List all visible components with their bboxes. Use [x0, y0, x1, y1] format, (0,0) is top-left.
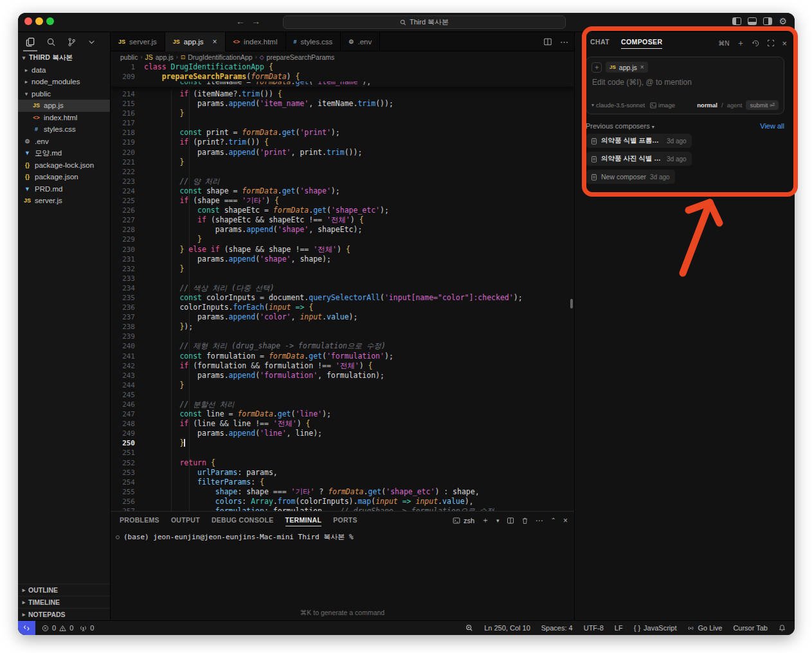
editor-tab-app.js[interactable]: JSapp.js×: [165, 32, 226, 51]
history-icon[interactable]: [752, 39, 760, 48]
cursor-position[interactable]: Ln 250, Col 10: [484, 624, 530, 632]
tree-item-package.json[interactable]: {}package.json: [18, 171, 110, 183]
close-panel-icon[interactable]: ×: [563, 516, 568, 525]
more-views-chevron-icon[interactable]: [87, 38, 96, 46]
breadcrumb-item[interactable]: ◇prepareSearchParams: [260, 53, 335, 61]
code-line: const itemName = formData.get('item_name…: [111, 82, 574, 87]
back-button[interactable]: ←: [234, 16, 247, 26]
line-number: 216: [111, 109, 144, 118]
composer-card[interactable]: 의약품 식별 프롬프트...3d ago: [586, 134, 692, 148]
code-line: 217: [111, 118, 574, 128]
maximize-panel-icon[interactable]: ⌃: [551, 517, 556, 524]
close-tab-icon[interactable]: ×: [213, 37, 217, 46]
expand-icon[interactable]: [767, 39, 775, 47]
ports-indicator[interactable]: 0: [80, 624, 94, 632]
file-label: styles.css: [44, 125, 76, 133]
go-live-button[interactable]: Go Live: [687, 624, 722, 632]
tree-item-data[interactable]: ▸data: [18, 64, 110, 76]
breadcrumb-item[interactable]: public: [120, 53, 138, 61]
problems-summary[interactable]: 0 0: [42, 624, 73, 632]
code-editor[interactable]: 214 if (itemName?.trim()) {215 params.ap…: [111, 62, 574, 511]
tree-item-package-lock.json[interactable]: {}package-lock.json: [18, 159, 110, 172]
terminal-tab-debug-console[interactable]: DEBUG CONSOLE: [212, 516, 274, 524]
language-mode[interactable]: { }JavaScript: [634, 624, 677, 632]
editor-tab-server.js[interactable]: JSserver.js: [111, 32, 165, 51]
context-file-name: app.js: [619, 64, 637, 71]
zoom-window-button[interactable]: [46, 17, 54, 25]
more-actions-icon[interactable]: ⋯: [560, 37, 569, 47]
terminal-more-icon[interactable]: ⋯: [536, 516, 544, 525]
terminal-shell-chip[interactable]: zsh: [453, 517, 474, 524]
breadcrumb-item[interactable]: ⊡DrugIdentificationApp: [181, 53, 253, 61]
search-icon: [400, 19, 406, 26]
command-center-search[interactable]: Third 복사본: [283, 15, 566, 29]
view-all-link[interactable]: View all: [760, 122, 784, 130]
kill-terminal-trash-icon[interactable]: [521, 517, 528, 524]
composer-card[interactable]: 의약품 사진 식별 기...3d ago: [586, 152, 692, 166]
previous-composers-toggle[interactable]: Previous composers ▾: [586, 122, 654, 130]
toggle-panel-icon[interactable]: [748, 17, 757, 25]
remove-context-icon[interactable]: ×: [640, 64, 644, 71]
context-file-chip[interactable]: JS app.js ×: [606, 62, 648, 73]
minimize-window-button[interactable]: [35, 17, 43, 25]
remote-indicator[interactable]: [18, 621, 35, 635]
composer-card-title: 의약품 식별 프롬프트...: [601, 136, 663, 145]
toggle-secondary-sidebar-icon[interactable]: [763, 17, 772, 25]
tree-item-.env[interactable]: ⚙.env: [18, 136, 110, 148]
zoom-icon[interactable]: [465, 624, 473, 632]
tab-label: index.html: [244, 38, 277, 46]
tree-root[interactable]: ▾ THIRD 복사본: [18, 52, 110, 64]
breadcrumb-item[interactable]: JSapp.js: [145, 53, 173, 61]
tree-item-public[interactable]: ▾public: [18, 88, 110, 100]
line-number: 209: [111, 72, 144, 82]
forward-button[interactable]: →: [249, 16, 262, 26]
cursor-tab-toggle[interactable]: Cursor Tab: [733, 624, 768, 632]
mode-agent[interactable]: agent: [727, 102, 743, 109]
attach-image-button[interactable]: image: [650, 102, 675, 109]
tree-item-PRD.md[interactable]: ▼PRD.md: [18, 183, 110, 195]
explorer-files-icon[interactable]: [26, 37, 35, 47]
split-editor-icon[interactable]: [543, 37, 552, 46]
terminal-tab-terminal[interactable]: TERMINAL: [285, 516, 322, 526]
split-terminal-icon[interactable]: [507, 517, 514, 524]
mode-normal[interactable]: normal: [697, 102, 717, 109]
settings-gear-icon[interactable]: ⚙: [779, 17, 787, 25]
submit-button[interactable]: submit ⏎: [746, 100, 779, 110]
terminal-tab-ports[interactable]: PORTS: [333, 516, 357, 524]
notifications-bell-icon[interactable]: [779, 624, 786, 632]
editor-scrollbar-thumb[interactable]: [570, 299, 573, 309]
tab-chat[interactable]: CHAT: [590, 38, 609, 46]
eol-sequence[interactable]: LF: [615, 624, 623, 632]
section-timeline[interactable]: ▸TIMELINE: [18, 596, 110, 608]
tree-item-styles.css[interactable]: #styles.css: [18, 123, 110, 136]
editor-tab-.env[interactable]: ⚙.env: [341, 32, 380, 51]
source-control-icon[interactable]: [67, 37, 77, 47]
add-context-button[interactable]: ＋: [591, 62, 602, 73]
tree-item-app.js[interactable]: JSapp.js: [18, 100, 110, 112]
search-icon[interactable]: [46, 37, 56, 47]
add-composer-icon[interactable]: ＋: [736, 37, 744, 49]
composer-card[interactable]: New composer3d ago: [586, 170, 675, 184]
tree-item-node_modules[interactable]: ▸node_modules: [18, 76, 110, 88]
new-terminal-icon[interactable]: ＋: [482, 515, 489, 526]
composer-input[interactable]: ＋ JS app.js × Edit code (⌘I), @ to menti…: [586, 57, 784, 114]
section-notepads[interactable]: ▸NOTEPADS: [18, 608, 110, 620]
tree-item-index.html[interactable]: <>index.html: [18, 112, 110, 124]
editor-tab-styles.css[interactable]: #styles.css: [286, 32, 341, 51]
section-outline[interactable]: ▸OUTLINE: [18, 584, 110, 596]
breadcrumb[interactable]: public›JSapp.js›⊡DrugIdentificationApp›◇…: [111, 51, 574, 62]
tree-item-server.js[interactable]: JSserver.js: [18, 195, 110, 207]
terminal-tab-problems[interactable]: PROBLEMS: [120, 516, 159, 524]
encoding[interactable]: UTF-8: [584, 624, 604, 632]
tab-composer[interactable]: COMPOSER: [621, 38, 662, 49]
model-selector[interactable]: ▾claude-3.5-sonnet: [591, 102, 645, 109]
terminal-tab-output[interactable]: OUTPUT: [171, 516, 200, 524]
composer-card-time: 3d ago: [667, 156, 687, 163]
editor-tab-index.html[interactable]: <>index.html: [226, 32, 286, 51]
close-window-button[interactable]: [24, 17, 32, 25]
terminal-dropdown-chevron-icon[interactable]: ▾: [496, 517, 500, 524]
close-panel-icon[interactable]: ×: [782, 39, 787, 48]
tree-item-모양.md[interactable]: ▼모양.md: [18, 147, 110, 159]
toggle-primary-sidebar-icon[interactable]: [732, 17, 741, 25]
indentation[interactable]: Spaces: 4: [541, 624, 573, 632]
